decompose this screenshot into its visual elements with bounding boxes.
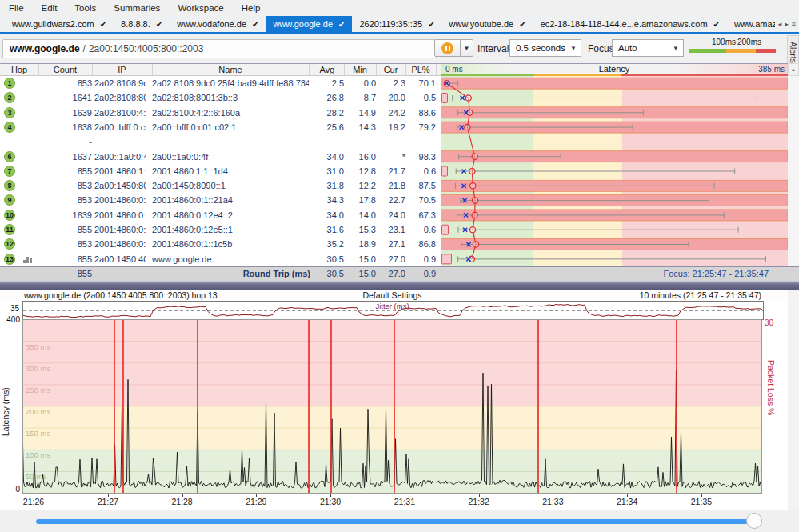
menu-item-workspace[interactable]: Workspace	[169, 3, 232, 13]
timeline-scrollbar-bar[interactable]	[36, 519, 748, 524]
cell-cur: 24.2	[376, 106, 408, 120]
menu-item-edit[interactable]: Edit	[33, 3, 66, 13]
tab-label: 8.8.8.8.	[121, 19, 150, 29]
packet-loss-max-label: 30	[765, 318, 773, 327]
cell-ip: 2001:4860:0:12e4	[94, 208, 146, 222]
target-tab-6[interactable]: www.youtube.de✔	[442, 16, 533, 32]
column-header-cur[interactable]: Cur	[376, 64, 406, 75]
tab-scroll-right-icon[interactable]: ▸	[785, 20, 789, 28]
cell-cur: 27.0	[376, 252, 408, 266]
cell-name: 2001:4860:0:1::21a4	[152, 193, 309, 207]
latency-header-zero: 0 ms	[445, 65, 463, 74]
hop-number-badge: 11	[4, 224, 15, 235]
cell-pl: 0.6	[405, 222, 438, 237]
cell-name: 2001:4860:0:12e4::2	[152, 208, 309, 222]
tab-scroll-left-icon[interactable]: ◂	[778, 20, 782, 28]
table-row[interactable]: 1016392001:4860:0:12e42001:4860:0:12e4::…	[0, 208, 442, 222]
svg-text:100 ms: 100 ms	[26, 450, 50, 459]
hop-number-badge: 12	[4, 238, 15, 250]
latency-color-legend: 100ms 200ms	[689, 37, 776, 58]
latency-axis-title: Latency (ms)	[1, 344, 10, 480]
table-row[interactable]: 416382a00::bfff:0:c01:c02a00::bfff:0:c01…	[0, 120, 442, 134]
table-row[interactable]: 78552001:4860:1:1::1d2001:4860:1:1::1d43…	[0, 164, 442, 178]
tab-label: www.guildwars2.com	[12, 19, 94, 29]
table-row[interactable]: 88532a00:1450:8090::12a00:1450:8090::131…	[0, 178, 442, 193]
cell-count: 1638	[38, 120, 94, 134]
y-axis-min-label: 0	[0, 485, 20, 494]
table-row[interactable]: 118552001:4860:0:12e52001:4860:0:12e5::1…	[0, 222, 442, 237]
column-header-pl[interactable]: PL%	[405, 64, 437, 75]
hop-number-badge: 8	[4, 180, 15, 191]
column-header-ip[interactable]: IP	[92, 64, 153, 75]
cell-ip: 2a02:8108:8001:3	[94, 90, 146, 105]
pause-dropdown-button[interactable]: ▼	[460, 39, 473, 57]
column-header-avg[interactable]: Avg	[310, 64, 345, 75]
cell-pl: 88.6	[405, 106, 438, 120]
focus-select[interactable]: Auto ▼	[612, 39, 684, 57]
jitter-scale-label: 35	[0, 304, 19, 313]
table-row[interactable]: 216412a02:8108:8001:32a02:8108:8001:3b::…	[0, 90, 442, 105]
cell-ip: 2001:4860:1:1::1d	[94, 164, 146, 178]
target-tab-4[interactable]: www.google.de✔	[266, 16, 352, 32]
interval-value: 0.5 seconds	[516, 43, 565, 53]
interval-select[interactable]: 0.5 seconds ▼	[509, 39, 581, 57]
panel-splitter[interactable]	[0, 281, 799, 290]
check-icon: ✔	[519, 20, 525, 29]
hop-number-badge: 7	[4, 166, 15, 177]
cell-avg: 34.3	[310, 193, 346, 207]
table-row[interactable]: 18532a02:8108:9dc0:22a02:8108:9dc0:25f4:…	[0, 76, 442, 90]
cell-ip: 2a00::bfff:0:c01:c0	[94, 120, 146, 134]
interval-label: Interval	[477, 43, 509, 54]
cell-cur: 22.7	[376, 193, 408, 207]
table-row[interactable]: 316392a02:8100:4:2::6:12a02:8100:4:2::6:…	[0, 106, 442, 120]
tab-label: 2620:119:35::35	[359, 19, 422, 29]
menu-item-tools[interactable]: Tools	[66, 3, 105, 13]
timeline-target-label: www.google.de (2a00:1450:4005:800::2003)…	[24, 290, 218, 300]
cell-count: 855	[38, 252, 94, 266]
hop-latency-graph[interactable]	[441, 76, 788, 266]
target-tabs: gets✖www.guildwars2.com✔8.8.8.8.✔www.vod…	[0, 16, 775, 32]
tab-label: www.youtube.de	[449, 19, 514, 29]
target-tab-2[interactable]: 8.8.8.8.✔	[114, 16, 170, 32]
tab-label: www.amazon.c	[734, 19, 775, 29]
column-header-name[interactable]: Name	[152, 64, 310, 75]
cell-cur: 21.7	[376, 164, 408, 178]
cell-count: 855	[38, 164, 94, 178]
target-tab-1[interactable]: www.guildwars2.com✔	[5, 16, 114, 32]
target-tab-3[interactable]: www.vodafone.de✔	[170, 16, 266, 32]
table-row[interactable]: -	[0, 134, 442, 149]
target-toolbar: www.google.de/2a00:1450:4005:800::2003 ▼…	[0, 34, 799, 63]
tab-menu-icon[interactable]: ≡	[792, 20, 796, 28]
check-icon: ✔	[713, 20, 720, 29]
table-row[interactable]: 128532001:4860:0:1::1c52001:4860:0:1::1c…	[0, 237, 442, 251]
timeline-latency-graph[interactable]: 350 ms300 ms250 ms200 ms150 ms100 ms50 m…	[22, 319, 762, 494]
scroll-up-button[interactable]: ▲	[788, 63, 799, 76]
column-header-count[interactable]: Count	[38, 64, 93, 75]
target-address: 2a00:1450:4005:800::2003	[89, 43, 203, 54]
column-header-min[interactable]: Min	[344, 64, 377, 75]
timeline-scrollbar-thumb[interactable]	[746, 513, 762, 529]
cell-count: 1639	[38, 208, 94, 222]
cell-min	[344, 134, 378, 149]
table-scrollbar-track[interactable]	[788, 76, 799, 266]
menu-item-help[interactable]: Help	[233, 3, 270, 13]
menu-item-file[interactable]: File	[0, 3, 33, 13]
cell-avg: 2.5	[310, 76, 346, 90]
column-header-hop[interactable]: Hop	[0, 64, 39, 75]
svg-text:350 ms: 350 ms	[26, 342, 50, 351]
target-tab-5[interactable]: 2620:119:35::35✔	[352, 16, 441, 32]
hop-number-badge: 13	[4, 254, 15, 265]
table-row[interactable]: 138552a00:1450:4005:8www.google.de30.515…	[0, 252, 442, 266]
target-summary[interactable]: www.google.de/2a00:1450:4005:800::2003	[2, 39, 437, 58]
tab-label: ec2-18-184-118-144.e...e.amazonaws.com	[541, 19, 708, 29]
table-row[interactable]: 98532001:4860:0:1::212001:4860:0:1::21a4…	[0, 193, 442, 207]
pause-button[interactable]	[434, 39, 461, 57]
target-tab-7[interactable]: ec2-18-184-118-144.e...e.amazonaws.com✔	[533, 16, 727, 32]
table-row[interactable]: 616372a00::1a0:0:4f2a00::1a0:0:4f34.016.…	[0, 150, 442, 164]
time-tick-label: 21:26	[23, 497, 44, 506]
time-tick-label: 21:31	[394, 497, 415, 506]
tab-label: www.vodafone.de	[177, 19, 246, 29]
cell-pl: 86.8	[405, 237, 438, 251]
target-tab-8[interactable]: www.amazon.c	[727, 16, 775, 32]
menu-item-summaries[interactable]: Summaries	[105, 3, 169, 13]
